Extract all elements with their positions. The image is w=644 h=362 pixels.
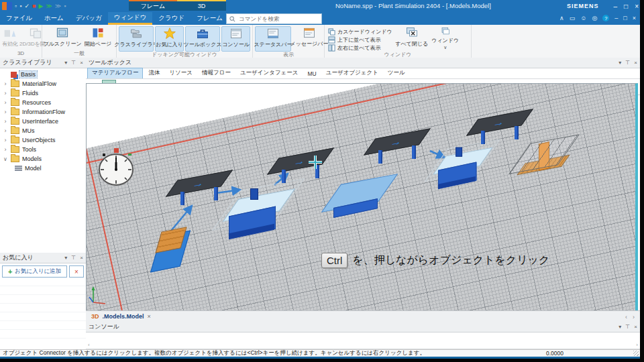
chevron-right-icon[interactable] [3, 127, 8, 134]
statusbar-toggle-button[interactable]: ステータスバー [255, 26, 291, 52]
storage-rack[interactable] [523, 139, 571, 179]
tab-home[interactable]: ホーム [38, 12, 70, 25]
tree-root-basis[interactable]: Basis [0, 70, 86, 79]
console-scrollbar[interactable]: ‹ › [86, 341, 640, 349]
scroll-left-icon[interactable]: ‹ [88, 342, 90, 348]
toolbox-tab-fluids[interactable]: 流体 [144, 68, 164, 78]
close-panel-icon[interactable] [634, 60, 637, 66]
close-tab-icon[interactable]: × [148, 313, 151, 320]
viewport-3d[interactable]: Ctrl を、押しながらオブジェクトをクリック [86, 83, 638, 312]
resize-grip[interactable] [633, 351, 639, 356]
tree-item-tools[interactable]: Tools [0, 145, 86, 154]
close-panel-icon[interactable] [634, 324, 637, 330]
close-button[interactable]: × [635, 3, 639, 10]
chevron-right-icon[interactable] [3, 90, 8, 97]
tab-file[interactable]: ファイル [0, 12, 38, 25]
tile-vertical-button[interactable]: 左右に並べて表示 [328, 44, 392, 52]
tree-item-userobjects[interactable]: UserObjects [0, 135, 86, 145]
minimize-button[interactable]: – [614, 3, 618, 10]
contextual-group-frame[interactable]: フレーム [129, 0, 177, 11]
class-library-button[interactable]: クラスライブラリ [119, 26, 154, 52]
station-table-3[interactable] [373, 133, 425, 168]
station-table-1[interactable] [175, 175, 227, 210]
flat-station[interactable] [333, 179, 387, 218]
toolbox-tab-tools[interactable]: ツール [384, 68, 409, 78]
pin-icon[interactable] [71, 255, 76, 261]
help-icon[interactable]: ? [602, 15, 609, 21]
tree-item-mus[interactable]: MUs [0, 126, 86, 135]
close-panel-icon[interactable] [80, 60, 83, 66]
tab-window[interactable]: ウィンドウ [108, 12, 153, 25]
toolbox-button[interactable]: ツールボックス [185, 26, 220, 52]
chevron-right-icon[interactable] [3, 99, 8, 106]
tree-item-model[interactable]: Model [0, 164, 86, 173]
tree-item-fluids[interactable]: Fluids [0, 88, 86, 98]
stop-icon[interactable]: ▪ [64, 2, 66, 10]
cascade-windows-button[interactable]: カスケードウィンドウ [328, 28, 392, 36]
toolbox-tab-informationflow[interactable]: 情報フロー [198, 68, 235, 78]
chevron-right-icon[interactable] [3, 146, 8, 153]
tab-scroll-left-icon[interactable]: ‹ [625, 314, 627, 320]
processing-station-2[interactable] [438, 149, 488, 192]
close-panel-icon[interactable] [80, 255, 83, 261]
search-input[interactable] [237, 15, 314, 23]
tree-item-informationflow[interactable]: InformationFlow [0, 107, 86, 117]
pin-icon[interactable] [71, 60, 76, 66]
toolbox-tab-userobjects[interactable]: ユーザオブジェクト [322, 68, 382, 78]
panel-menu-icon[interactable] [619, 60, 621, 66]
startpage-button[interactable]: 開始ページ [82, 26, 114, 50]
scroll-right-icon[interactable]: › [636, 342, 638, 348]
toolbox-tab-userinterface[interactable]: ユーザインタフェース [236, 68, 303, 78]
add-favorite-button[interactable]: + お気に入りに追加 [2, 265, 67, 278]
remove-favorite-button[interactable]: × [69, 265, 84, 278]
chevron-right-icon[interactable] [3, 118, 8, 125]
toolbox-tab-mu[interactable]: MU [304, 70, 321, 78]
messagebar-toggle-button[interactable]: メッセージバー [292, 26, 326, 50]
doc-close-icon[interactable]: × [633, 15, 636, 21]
chevron-down-icon[interactable] [3, 156, 8, 162]
station-table-4[interactable] [476, 114, 528, 149]
reset-icon[interactable]: ■ [32, 2, 36, 10]
chevron-right-icon[interactable] [3, 80, 8, 87]
feedback-icon[interactable]: ☺ [580, 15, 586, 21]
window-menu-button[interactable]: ウィンドウ∨ [430, 26, 461, 50]
app-logo-icon[interactable] [2, 2, 12, 10]
tab-scroll-right-icon[interactable]: › [633, 314, 635, 320]
tab-frame[interactable]: フレーム [191, 12, 229, 25]
options-icon[interactable]: ◎ [592, 15, 597, 21]
debugger-icon[interactable]: ✓ [24, 2, 30, 10]
maximize-button[interactable]: □ [624, 3, 628, 10]
chevron-right-icon[interactable] [3, 109, 8, 115]
fullscreen-toggle-icon[interactable]: ▭ [570, 15, 576, 21]
chevron-right-icon[interactable] [3, 137, 8, 143]
close-all-button[interactable]: すべて閉じる [395, 26, 429, 50]
step-icon[interactable]: ≫ [55, 2, 61, 10]
tree-item-materialflow[interactable]: MaterialFlow [0, 79, 86, 88]
toolbox-tab-resources[interactable]: リソース [165, 68, 197, 78]
tree-item-resources[interactable]: Resources [0, 98, 86, 107]
toolbox-tab-materialflow[interactable]: マテリアルフロー [87, 68, 143, 78]
tree-item-userinterface[interactable]: UserInterface [0, 117, 86, 126]
doc-minimize-icon[interactable]: – [614, 15, 618, 21]
fullscreen-button[interactable]: フルスクリーン [44, 26, 80, 50]
command-search[interactable] [226, 13, 322, 24]
start-simulation-icon[interactable]: ▶ [38, 2, 43, 10]
tile-horizontal-button[interactable]: 上下に並べて表示 [328, 36, 392, 44]
processing-station-1[interactable] [229, 191, 289, 243]
panel-menu-icon[interactable] [64, 60, 67, 66]
fast-forward-icon[interactable]: ≫ [46, 2, 52, 10]
doc-restore-icon[interactable]: □ [623, 15, 627, 21]
activate-3d-button[interactable]: 有効化 [2, 26, 18, 50]
source-station[interactable] [154, 228, 194, 274]
collapse-ribbon-icon[interactable]: ∧ [559, 15, 564, 21]
favorites-button[interactable]: お気に入り [155, 26, 184, 52]
pin-icon[interactable] [625, 324, 630, 330]
save-icon[interactable]: ▪ [19, 2, 21, 10]
tab-cloud[interactable]: クラウド [152, 12, 191, 25]
console-button[interactable]: コンソール [221, 26, 250, 52]
pin-icon[interactable] [625, 60, 630, 66]
contextual-group-3d[interactable]: 3D [177, 0, 226, 11]
new-model-icon[interactable]: ▫ [15, 2, 17, 10]
panel-menu-icon[interactable] [64, 255, 67, 261]
tab-debugger[interactable]: デバッガ [70, 12, 108, 25]
